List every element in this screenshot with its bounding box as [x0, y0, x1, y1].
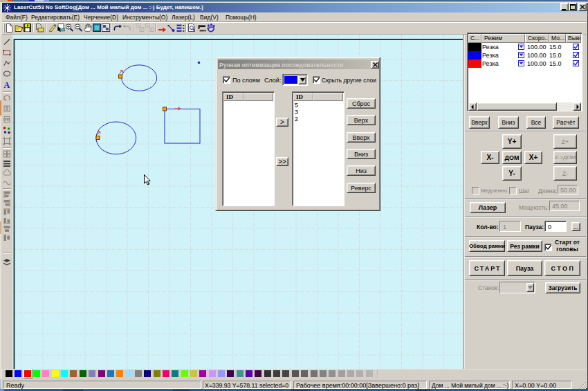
svg-text:A: A	[4, 80, 10, 90]
